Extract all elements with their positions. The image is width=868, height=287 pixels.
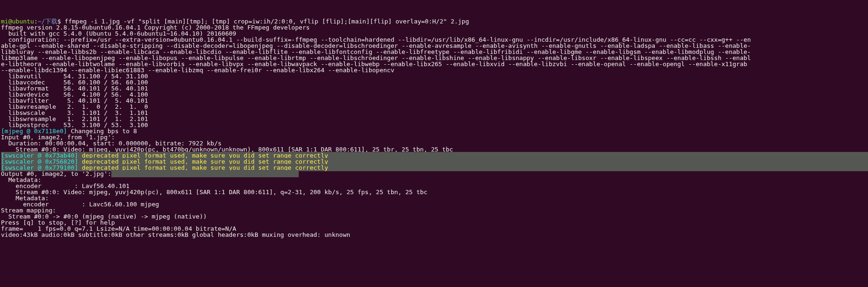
terminal[interactable]: mi@ubuntu:~/下载$ ffmpeg -i 1.jpg -vf "spl…	[0, 18, 868, 238]
line-stream-out: Stream #0:0: Video: mjpeg, yuvj420p(pc),…	[1, 189, 427, 196]
line-output-pad	[111, 170, 299, 177]
swscaler-pad-3	[328, 164, 868, 171]
line-video: video:43kB audio:0kB subtitle:0kB other …	[1, 231, 350, 238]
